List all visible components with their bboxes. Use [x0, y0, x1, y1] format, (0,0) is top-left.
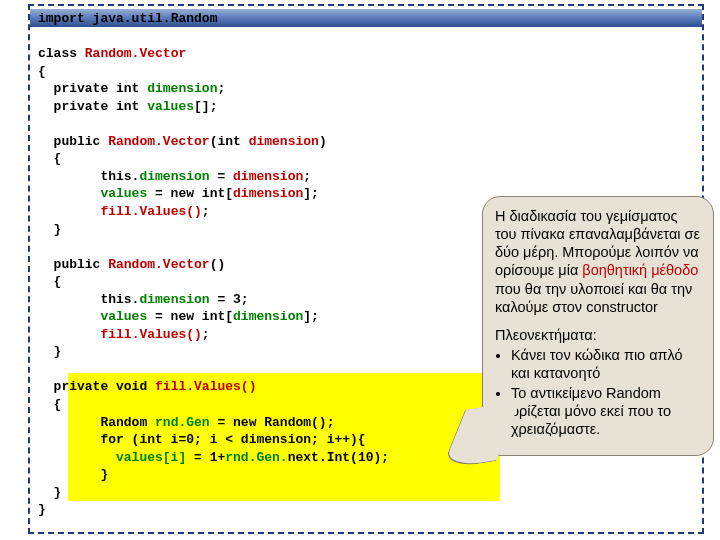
code-token: ; [202, 204, 210, 219]
callout-list-item: Κάνει τον κώδικα πιο απλό και κατανοητό [511, 346, 701, 382]
code-line: } [38, 344, 61, 359]
code-token: values [38, 309, 147, 324]
code-token: dimension [147, 81, 217, 96]
code-line: java.util.Random [85, 11, 218, 26]
code-token: rnd.Gen. [225, 450, 287, 465]
code-token: dimension [139, 292, 209, 307]
code-token: rnd.Gen [155, 415, 210, 430]
code-token: Random.Vector [85, 46, 186, 61]
code-line: public [38, 134, 108, 149]
callout-subheading: Πλεονεκτήματα: [495, 326, 701, 344]
code-line: { [38, 274, 61, 289]
code-token: dimension [233, 309, 303, 324]
code-token: fill.Values() [100, 327, 201, 342]
code-token: () [210, 257, 226, 272]
code-line: private void [38, 379, 155, 394]
callout-paragraph: Η διαδικασία του γεμίσματος του πίνακα ε… [495, 207, 701, 316]
code-token: = new int[ [147, 186, 233, 201]
code-token: values[i] [38, 450, 194, 465]
code-token: ; [303, 169, 311, 184]
code-line: for (int i=0; i < dimension; i++){ [38, 432, 366, 447]
code-line: public [38, 257, 108, 272]
code-token [38, 327, 100, 342]
code-token: (int [210, 134, 249, 149]
code-token: = 3; [210, 292, 249, 307]
code-token: []; [194, 99, 217, 114]
code-line: } [38, 222, 61, 237]
code-line: } [38, 467, 108, 482]
code-token: = 1+ [194, 450, 225, 465]
code-token: = [210, 169, 233, 184]
callout-list-item: Το αντικείμενο Random ορίζεται μόνο εκεί… [511, 384, 701, 438]
code-token: Random.Vector [108, 134, 209, 149]
code-line: private int [38, 81, 147, 96]
code-token: = new Random(); [210, 415, 335, 430]
code-line: { [38, 151, 61, 166]
code-line: { [38, 64, 46, 79]
callout-highlight: βοηθητική μέθοδο [582, 262, 698, 278]
code-token: dimension [233, 186, 303, 201]
code-token: dimension [249, 134, 319, 149]
code-token: ]; [303, 309, 319, 324]
code-token: ]; [303, 186, 319, 201]
code-line: private int [38, 99, 147, 114]
callout-text: που θα την υλοποιεί και θα την καλούμε σ… [495, 281, 692, 315]
code-line: this. [38, 292, 139, 307]
code-line: Random [38, 415, 155, 430]
code-token: dimension [233, 169, 303, 184]
callout-bubble: Η διαδικασία του γεμίσματος του πίνακα ε… [482, 196, 714, 456]
code-line: class [38, 46, 85, 61]
code-token [38, 204, 100, 219]
code-token: fill.Values() [100, 204, 201, 219]
code-line: { [38, 397, 61, 412]
code-line: } [38, 502, 46, 517]
code-token: = new int[ [147, 309, 233, 324]
code-token: values [147, 99, 194, 114]
code-token: values [38, 186, 147, 201]
callout-list: Κάνει τον κώδικα πιο απλό και κατανοητό … [495, 346, 701, 439]
code-token: dimension [139, 169, 209, 184]
code-line: this. [38, 169, 139, 184]
code-token: Random.Vector [108, 257, 209, 272]
code-token: ; [217, 81, 225, 96]
code-line: } [38, 485, 61, 500]
code-token: ) [319, 134, 327, 149]
code-token: ; [202, 327, 210, 342]
code-line: import [38, 11, 85, 26]
code-token: fill.Values() [155, 379, 256, 394]
code-token: next.Int(10); [288, 450, 389, 465]
